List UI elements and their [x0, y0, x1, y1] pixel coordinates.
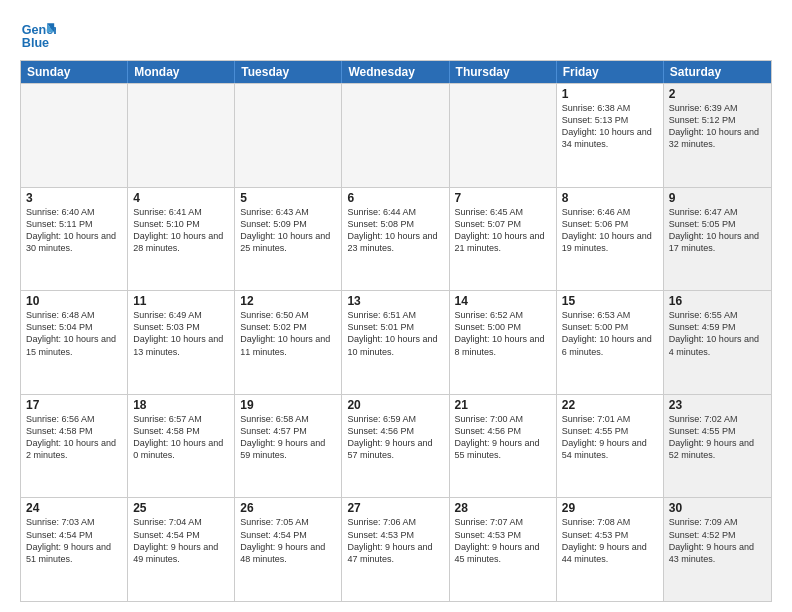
day-cell-21: 21Sunrise: 7:00 AMSunset: 4:56 PMDayligh… — [450, 395, 557, 498]
day-number: 6 — [347, 191, 443, 205]
day-cell-14: 14Sunrise: 6:52 AMSunset: 5:00 PMDayligh… — [450, 291, 557, 394]
day-number: 28 — [455, 501, 551, 515]
day-cell-5: 5Sunrise: 6:43 AMSunset: 5:09 PMDaylight… — [235, 188, 342, 291]
day-info: Sunrise: 7:03 AMSunset: 4:54 PMDaylight:… — [26, 516, 122, 565]
day-number: 24 — [26, 501, 122, 515]
day-info: Sunrise: 7:00 AMSunset: 4:56 PMDaylight:… — [455, 413, 551, 462]
day-number: 29 — [562, 501, 658, 515]
day-info: Sunrise: 6:38 AMSunset: 5:13 PMDaylight:… — [562, 102, 658, 151]
calendar-row-5: 24Sunrise: 7:03 AMSunset: 4:54 PMDayligh… — [21, 497, 771, 601]
day-info: Sunrise: 6:46 AMSunset: 5:06 PMDaylight:… — [562, 206, 658, 255]
day-info: Sunrise: 6:41 AMSunset: 5:10 PMDaylight:… — [133, 206, 229, 255]
day-info: Sunrise: 6:48 AMSunset: 5:04 PMDaylight:… — [26, 309, 122, 358]
day-number: 5 — [240, 191, 336, 205]
day-cell-8: 8Sunrise: 6:46 AMSunset: 5:06 PMDaylight… — [557, 188, 664, 291]
day-number: 30 — [669, 501, 766, 515]
day-info: Sunrise: 7:02 AMSunset: 4:55 PMDaylight:… — [669, 413, 766, 462]
day-number: 21 — [455, 398, 551, 412]
day-cell-22: 22Sunrise: 7:01 AMSunset: 4:55 PMDayligh… — [557, 395, 664, 498]
day-info: Sunrise: 6:57 AMSunset: 4:58 PMDaylight:… — [133, 413, 229, 462]
day-cell-26: 26Sunrise: 7:05 AMSunset: 4:54 PMDayligh… — [235, 498, 342, 601]
weekday-header-tuesday: Tuesday — [235, 61, 342, 83]
day-info: Sunrise: 6:55 AMSunset: 4:59 PMDaylight:… — [669, 309, 766, 358]
day-info: Sunrise: 6:44 AMSunset: 5:08 PMDaylight:… — [347, 206, 443, 255]
day-number: 27 — [347, 501, 443, 515]
day-info: Sunrise: 7:09 AMSunset: 4:52 PMDaylight:… — [669, 516, 766, 565]
weekday-header-sunday: Sunday — [21, 61, 128, 83]
day-info: Sunrise: 7:04 AMSunset: 4:54 PMDaylight:… — [133, 516, 229, 565]
day-cell-10: 10Sunrise: 6:48 AMSunset: 5:04 PMDayligh… — [21, 291, 128, 394]
header: General Blue — [20, 16, 772, 52]
day-cell-9: 9Sunrise: 6:47 AMSunset: 5:05 PMDaylight… — [664, 188, 771, 291]
day-number: 22 — [562, 398, 658, 412]
day-number: 4 — [133, 191, 229, 205]
empty-cell-0-2 — [235, 84, 342, 187]
day-info: Sunrise: 6:51 AMSunset: 5:01 PMDaylight:… — [347, 309, 443, 358]
day-cell-2: 2Sunrise: 6:39 AMSunset: 5:12 PMDaylight… — [664, 84, 771, 187]
day-info: Sunrise: 6:59 AMSunset: 4:56 PMDaylight:… — [347, 413, 443, 462]
day-cell-24: 24Sunrise: 7:03 AMSunset: 4:54 PMDayligh… — [21, 498, 128, 601]
calendar-row-2: 3Sunrise: 6:40 AMSunset: 5:11 PMDaylight… — [21, 187, 771, 291]
day-cell-15: 15Sunrise: 6:53 AMSunset: 5:00 PMDayligh… — [557, 291, 664, 394]
day-number: 20 — [347, 398, 443, 412]
day-cell-6: 6Sunrise: 6:44 AMSunset: 5:08 PMDaylight… — [342, 188, 449, 291]
empty-cell-0-1 — [128, 84, 235, 187]
day-info: Sunrise: 6:53 AMSunset: 5:00 PMDaylight:… — [562, 309, 658, 358]
day-info: Sunrise: 6:50 AMSunset: 5:02 PMDaylight:… — [240, 309, 336, 358]
day-info: Sunrise: 6:49 AMSunset: 5:03 PMDaylight:… — [133, 309, 229, 358]
day-info: Sunrise: 7:08 AMSunset: 4:53 PMDaylight:… — [562, 516, 658, 565]
day-number: 7 — [455, 191, 551, 205]
day-cell-11: 11Sunrise: 6:49 AMSunset: 5:03 PMDayligh… — [128, 291, 235, 394]
day-number: 2 — [669, 87, 766, 101]
day-number: 19 — [240, 398, 336, 412]
day-cell-18: 18Sunrise: 6:57 AMSunset: 4:58 PMDayligh… — [128, 395, 235, 498]
day-info: Sunrise: 6:47 AMSunset: 5:05 PMDaylight:… — [669, 206, 766, 255]
day-info: Sunrise: 7:05 AMSunset: 4:54 PMDaylight:… — [240, 516, 336, 565]
day-cell-29: 29Sunrise: 7:08 AMSunset: 4:53 PMDayligh… — [557, 498, 664, 601]
calendar-row-4: 17Sunrise: 6:56 AMSunset: 4:58 PMDayligh… — [21, 394, 771, 498]
day-number: 9 — [669, 191, 766, 205]
logo-icon: General Blue — [20, 16, 56, 52]
weekday-header-thursday: Thursday — [450, 61, 557, 83]
day-info: Sunrise: 6:58 AMSunset: 4:57 PMDaylight:… — [240, 413, 336, 462]
weekday-header-wednesday: Wednesday — [342, 61, 449, 83]
day-cell-12: 12Sunrise: 6:50 AMSunset: 5:02 PMDayligh… — [235, 291, 342, 394]
day-cell-27: 27Sunrise: 7:06 AMSunset: 4:53 PMDayligh… — [342, 498, 449, 601]
day-number: 13 — [347, 294, 443, 308]
day-info: Sunrise: 6:45 AMSunset: 5:07 PMDaylight:… — [455, 206, 551, 255]
day-cell-25: 25Sunrise: 7:04 AMSunset: 4:54 PMDayligh… — [128, 498, 235, 601]
day-number: 26 — [240, 501, 336, 515]
day-number: 10 — [26, 294, 122, 308]
day-number: 12 — [240, 294, 336, 308]
empty-cell-0-3 — [342, 84, 449, 187]
day-info: Sunrise: 7:06 AMSunset: 4:53 PMDaylight:… — [347, 516, 443, 565]
calendar-row-1: 1Sunrise: 6:38 AMSunset: 5:13 PMDaylight… — [21, 83, 771, 187]
day-number: 8 — [562, 191, 658, 205]
day-cell-13: 13Sunrise: 6:51 AMSunset: 5:01 PMDayligh… — [342, 291, 449, 394]
weekday-header-friday: Friday — [557, 61, 664, 83]
day-cell-28: 28Sunrise: 7:07 AMSunset: 4:53 PMDayligh… — [450, 498, 557, 601]
logo: General Blue — [20, 16, 60, 52]
day-number: 11 — [133, 294, 229, 308]
day-number: 25 — [133, 501, 229, 515]
day-info: Sunrise: 6:56 AMSunset: 4:58 PMDaylight:… — [26, 413, 122, 462]
day-cell-7: 7Sunrise: 6:45 AMSunset: 5:07 PMDaylight… — [450, 188, 557, 291]
day-number: 15 — [562, 294, 658, 308]
calendar-header: SundayMondayTuesdayWednesdayThursdayFrid… — [21, 61, 771, 83]
day-info: Sunrise: 6:39 AMSunset: 5:12 PMDaylight:… — [669, 102, 766, 151]
day-cell-19: 19Sunrise: 6:58 AMSunset: 4:57 PMDayligh… — [235, 395, 342, 498]
svg-text:Blue: Blue — [22, 36, 49, 50]
day-info: Sunrise: 6:40 AMSunset: 5:11 PMDaylight:… — [26, 206, 122, 255]
day-cell-16: 16Sunrise: 6:55 AMSunset: 4:59 PMDayligh… — [664, 291, 771, 394]
day-cell-3: 3Sunrise: 6:40 AMSunset: 5:11 PMDaylight… — [21, 188, 128, 291]
day-cell-23: 23Sunrise: 7:02 AMSunset: 4:55 PMDayligh… — [664, 395, 771, 498]
day-number: 18 — [133, 398, 229, 412]
day-cell-17: 17Sunrise: 6:56 AMSunset: 4:58 PMDayligh… — [21, 395, 128, 498]
calendar: SundayMondayTuesdayWednesdayThursdayFrid… — [20, 60, 772, 602]
page: General Blue SundayMondayTuesdayWednesda… — [0, 0, 792, 612]
day-cell-30: 30Sunrise: 7:09 AMSunset: 4:52 PMDayligh… — [664, 498, 771, 601]
day-info: Sunrise: 7:07 AMSunset: 4:53 PMDaylight:… — [455, 516, 551, 565]
day-cell-1: 1Sunrise: 6:38 AMSunset: 5:13 PMDaylight… — [557, 84, 664, 187]
day-number: 17 — [26, 398, 122, 412]
day-info: Sunrise: 7:01 AMSunset: 4:55 PMDaylight:… — [562, 413, 658, 462]
